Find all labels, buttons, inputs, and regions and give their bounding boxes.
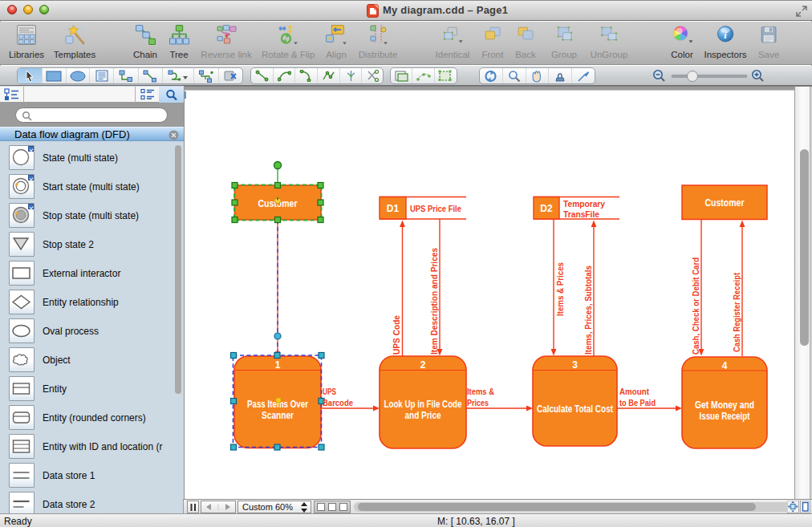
svg-text:Temporary: Temporary xyxy=(563,199,606,209)
svg-text:Items & Prices: Items & Prices xyxy=(555,262,565,316)
svg-text:Issue Receipt: Issue Receipt xyxy=(700,411,750,422)
svg-text:Calculate Total Cost: Calculate Total Cost xyxy=(537,403,613,415)
svg-text:UPS Code: UPS Code xyxy=(392,315,401,355)
svg-text:D1: D1 xyxy=(387,203,400,214)
svg-text:Get Money and: Get Money and xyxy=(695,399,754,411)
svg-text:UPS Price File: UPS Price File xyxy=(410,204,461,213)
svg-text:Scanner: Scanner xyxy=(262,410,294,421)
svg-text:Customer: Customer xyxy=(705,197,745,209)
svg-text:Amount: Amount xyxy=(619,387,649,396)
svg-text:Cash Register Receipt: Cash Register Receipt xyxy=(732,273,741,352)
svg-text:2: 2 xyxy=(420,359,426,371)
svg-text:Look Up in File Code: Look Up in File Code xyxy=(384,399,462,410)
svg-text:i: i xyxy=(724,30,727,41)
svg-text:D2: D2 xyxy=(540,203,553,214)
svg-text:UPS: UPS xyxy=(323,387,336,396)
svg-text:TransFile: TransFile xyxy=(563,209,599,219)
svg-text:Items &: Items & xyxy=(467,387,494,396)
svg-text:1: 1 xyxy=(275,359,281,371)
svg-text:and Price: and Price xyxy=(405,410,441,421)
svg-text:Items, Prices, Subtotals: Items, Prices, Subtotals xyxy=(583,266,593,355)
svg-text:Prices: Prices xyxy=(467,398,489,407)
svg-text:to Be Paid: to Be Paid xyxy=(619,398,656,407)
svg-text:Barcode: Barcode xyxy=(323,398,353,407)
svg-text:Cash, Check or Debit Card: Cash, Check or Debit Card xyxy=(691,257,700,355)
svg-text:3: 3 xyxy=(572,359,578,371)
svg-text:4: 4 xyxy=(722,360,728,371)
svg-text:Item Description and Prices: Item Description and Prices xyxy=(429,248,439,355)
